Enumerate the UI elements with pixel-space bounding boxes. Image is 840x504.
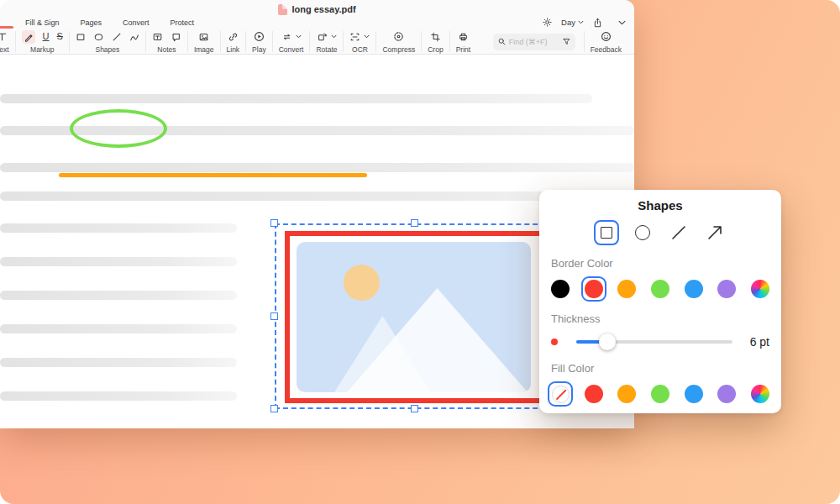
toolbar-group-text[interactable]: Text [0, 29, 15, 55]
thickness-slider-thumb[interactable] [599, 333, 616, 350]
color-swatch [717, 385, 736, 403]
note-comment-icon[interactable] [171, 32, 181, 42]
window-header: long essay.pdf Fill & Sign Pages Convert… [0, 0, 634, 55]
border-color-blue[interactable] [681, 276, 706, 302]
color-swatch [651, 280, 669, 298]
view-mode-label: Day [561, 18, 575, 27]
text-line-placeholder [0, 324, 237, 333]
color-swatch [685, 385, 703, 403]
selection-handle-top-left[interactable] [270, 219, 278, 227]
ellipse-tool-button[interactable] [630, 220, 655, 245]
selection-handle-top-mid[interactable] [411, 219, 418, 227]
fill-color-custom[interactable] [748, 381, 773, 407]
text-line-placeholder [0, 391, 237, 401]
tab-convert[interactable]: Convert [123, 18, 150, 27]
fill-color-purple[interactable] [714, 381, 739, 407]
brightness-icon[interactable] [543, 18, 552, 27]
ellipse-tool-icon [635, 225, 650, 240]
toolbar-group-ocr[interactable]: OCR [344, 29, 375, 55]
text-line-placeholder [0, 358, 237, 367]
rotate-icon [317, 32, 328, 42]
fill-color-orange[interactable] [614, 381, 639, 407]
ocr-icon [349, 32, 360, 42]
border-color-black[interactable] [548, 276, 573, 302]
border-color-orange[interactable] [614, 276, 639, 302]
selection-handle-bottom-left[interactable] [270, 405, 278, 412]
shapes-popover: Shapes Border Color Thickness [539, 190, 781, 413]
thickness-min-dot [551, 339, 558, 345]
tab-pages[interactable]: Pages [81, 18, 102, 27]
toolbar-group-label: Image [194, 45, 214, 54]
border-color-red-selected[interactable] [581, 276, 606, 302]
toolbar-group-link[interactable]: Link [221, 29, 246, 55]
toolbar-group-play[interactable]: Play [246, 29, 272, 55]
toolbar-group-print[interactable]: Print [450, 29, 476, 55]
toolbar-group-crop[interactable]: Crop [422, 29, 449, 55]
shape-tool-row [539, 219, 781, 246]
collapse-toolbar-icon[interactable] [618, 20, 626, 25]
toolbar-group-image[interactable]: Image [188, 29, 220, 55]
toolbar-tab-row: Fill & Sign Pages Convert Protect Day [0, 16, 634, 29]
toolbar-group-label: OCR [352, 45, 368, 54]
strikethrough-markup-icon[interactable]: S [57, 32, 63, 41]
print-icon [458, 32, 469, 42]
fill-color-red[interactable] [581, 381, 606, 407]
line-tool-button[interactable] [666, 220, 691, 245]
search-icon [498, 38, 506, 45]
toolbar-group-shapes: Shapes [70, 29, 145, 55]
screen-background: long essay.pdf Fill & Sign Pages Convert… [0, 0, 840, 504]
toolbar-group-label: Print [456, 45, 470, 54]
text-line-placeholder [0, 94, 592, 103]
line-shape-icon[interactable] [112, 32, 122, 42]
image-placeholder[interactable] [297, 242, 531, 392]
orange-underline-annotation[interactable] [59, 173, 367, 177]
toolbar-group-convert[interactable]: Convert [273, 29, 310, 55]
crop-icon [430, 32, 441, 42]
color-swatch [617, 280, 636, 298]
tab-protect[interactable]: Protect [171, 18, 195, 27]
view-mode-dropdown[interactable]: Day [561, 18, 584, 27]
arrow-tool-icon [706, 224, 723, 241]
note-text-icon[interactable] [152, 32, 163, 42]
rectangle-tool-icon [601, 227, 612, 239]
color-swatch [585, 280, 603, 298]
text-line-placeholder [0, 257, 237, 266]
selection-handle-mid-left[interactable] [270, 312, 278, 320]
filter-icon[interactable] [563, 38, 570, 45]
toolbar-group-label: Convert [279, 45, 304, 54]
fill-color-none-selected[interactable] [548, 381, 573, 407]
thickness-slider-track[interactable] [576, 340, 732, 344]
border-color-custom[interactable] [748, 276, 773, 302]
freehand-shape-icon[interactable] [129, 32, 139, 42]
feedback-icon [601, 31, 612, 42]
selection-handle-bottom-mid[interactable] [411, 405, 418, 412]
window-title: long essay.pdf [291, 4, 355, 14]
color-swatch [651, 385, 669, 403]
tab-fill-sign[interactable]: Fill & Sign [25, 18, 60, 27]
find-field[interactable] [493, 34, 575, 50]
find-input[interactable] [509, 38, 559, 46]
thickness-label: Thickness [551, 312, 781, 325]
play-icon [254, 31, 265, 42]
pencil-markup-icon[interactable] [22, 30, 35, 44]
green-ellipse-annotation[interactable] [70, 109, 167, 148]
rectangle-tool-button[interactable] [594, 220, 619, 245]
compress-icon [393, 31, 404, 42]
border-color-green[interactable] [648, 276, 673, 302]
toolbar-group-compress[interactable]: Compress [376, 29, 421, 55]
rect-shape-icon[interactable] [76, 32, 86, 42]
ellipse-shape-icon[interactable] [93, 32, 104, 42]
toolbar-group-feedback[interactable]: Feedback [585, 29, 627, 55]
share-icon[interactable] [593, 18, 602, 28]
underline-markup-icon[interactable]: U [43, 32, 50, 41]
chevron-down-icon [331, 34, 337, 39]
thickness-value: 6 pt [750, 335, 769, 349]
toolbar-group-label: Text [0, 45, 9, 54]
toolbar-group-label: Compress [382, 45, 415, 54]
fill-color-green[interactable] [648, 381, 673, 407]
arrow-tool-button[interactable] [702, 220, 727, 245]
fill-color-blue[interactable] [681, 381, 706, 407]
border-color-purple[interactable] [714, 276, 739, 302]
toolbar-group-rotate[interactable]: Rotate [310, 29, 343, 55]
image-icon [198, 32, 209, 42]
